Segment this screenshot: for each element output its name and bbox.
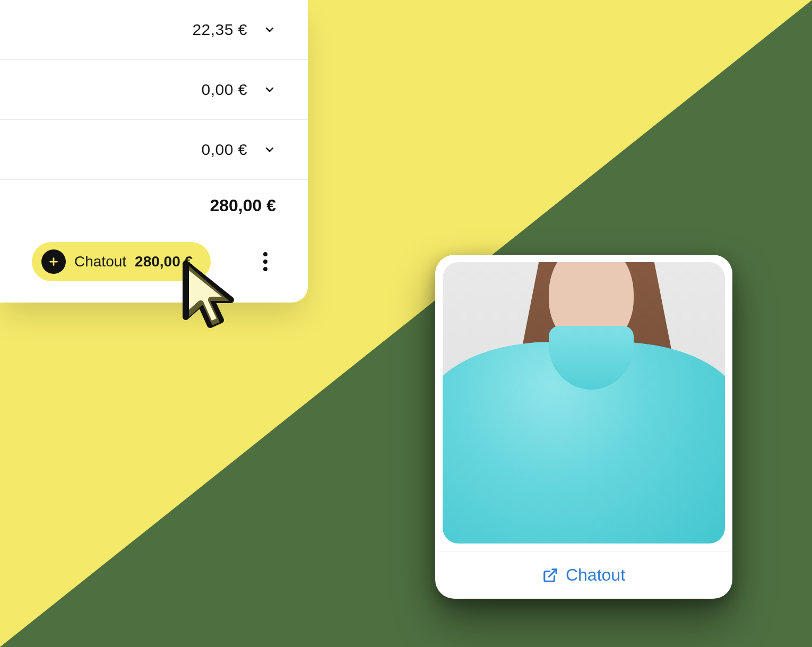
product-chatout-link[interactable]: Chatout <box>435 551 732 599</box>
chatout-button[interactable]: Chatout 280,00 € <box>32 242 211 281</box>
chevron-down-icon <box>263 23 276 36</box>
product-image <box>443 262 725 544</box>
more-options-button[interactable] <box>255 251 276 272</box>
chevron-down-icon <box>263 143 276 156</box>
price-row[interactable]: 0,00 € <box>0 120 308 180</box>
chatout-amount: 280,00 € <box>135 253 193 270</box>
price-row[interactable]: 0,00 € <box>0 60 308 120</box>
total-amount: 280,00 € <box>0 180 308 242</box>
plus-bubble-icon <box>41 249 66 274</box>
kebab-icon <box>263 260 267 264</box>
product-card: Chatout <box>435 255 732 599</box>
price-row[interactable]: 22,35 € <box>0 0 308 60</box>
external-link-icon <box>542 567 558 583</box>
chevron-down-icon <box>263 83 276 96</box>
chatout-label: Chatout <box>74 253 126 270</box>
svg-line-2 <box>549 569 556 576</box>
price-amount: 0,00 € <box>202 141 247 159</box>
product-chatout-label: Chatout <box>566 565 625 585</box>
panel-footer: Chatout 280,00 € <box>0 242 308 281</box>
price-panel: 22,35 € 0,00 € 0,00 € 280,00 € Chatout 2… <box>0 0 308 303</box>
price-amount: 0,00 € <box>202 81 247 99</box>
price-amount: 22,35 € <box>192 21 247 39</box>
